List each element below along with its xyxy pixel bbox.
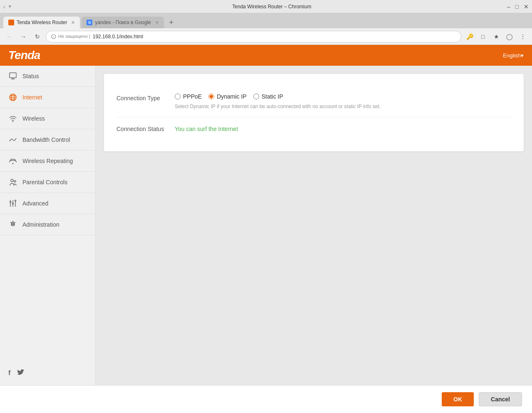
- sidebar-item-internet-label: Internet: [22, 94, 42, 101]
- new-tab-button[interactable]: +: [166, 17, 177, 28]
- advanced-icon: [8, 199, 17, 208]
- language-selector[interactable]: English▾: [503, 52, 524, 59]
- radio-pppoe-label: PPPoE: [183, 93, 202, 100]
- tenda-favicon: [8, 20, 14, 25]
- radio-static[interactable]: Static IP: [253, 93, 283, 100]
- browser-tabs-bar: Tenda Wireless Router ✕ G yandex - Поиск…: [0, 13, 532, 28]
- wireless-icon: [8, 114, 17, 123]
- sidebar-item-administration[interactable]: Administration: [0, 214, 95, 235]
- security-label: i Не защищено |: [51, 34, 90, 39]
- radio-dynamic[interactable]: Dynamic IP: [208, 93, 247, 100]
- connection-type-control: PPPoE Dynamic IP Static IP Select: [175, 93, 511, 110]
- key-icon[interactable]: 🔑: [464, 31, 475, 42]
- tab-tenda[interactable]: Tenda Wireless Router ✕: [3, 17, 80, 28]
- svg-point-11: [12, 163, 14, 164]
- tab-tenda-label: Tenda Wireless Router: [17, 20, 67, 25]
- connection-status-text: You can surf the Internet: [175, 124, 511, 132]
- svg-point-13: [14, 181, 16, 182]
- close-btn[interactable]: ✕: [524, 3, 529, 10]
- radio-static-input[interactable]: [253, 94, 259, 99]
- sidebar-item-bandwidth[interactable]: Bandwidth Control: [0, 129, 95, 151]
- bookmark-icon[interactable]: ★: [490, 31, 502, 42]
- sidebar-item-status-label: Status: [22, 73, 39, 79]
- footer-bar: OK Cancel: [0, 385, 532, 413]
- url-text: 192.168.0.1/index.html: [93, 34, 143, 40]
- twitter-link[interactable]: [17, 369, 25, 378]
- sidebar-item-status[interactable]: Status: [0, 66, 95, 87]
- sidebar-item-repeating[interactable]: Wireless Repeating: [0, 151, 95, 172]
- svg-rect-2: [10, 73, 16, 78]
- parental-icon: [8, 178, 17, 187]
- connection-status-label: Connection Status: [116, 124, 175, 132]
- browser-titlebar: ‹ ▼ Tenda Wireless Router – Chromium – □…: [0, 0, 532, 13]
- sidebar: Status Internet: [0, 66, 96, 385]
- app-header: Tenda English▾: [0, 45, 532, 66]
- app-body: Status Internet: [0, 66, 532, 385]
- browser-title: Tenda Wireless Router – Chromium: [37, 4, 507, 10]
- radio-static-label: Static IP: [262, 93, 283, 100]
- sidebar-item-admin-label: Administration: [22, 221, 59, 228]
- svg-point-16: [10, 201, 11, 203]
- browser-toolbar: ← → ↻ i Не защищено | 192.168.0.1/index.…: [0, 28, 532, 45]
- toolbar-icons: 🔑 □ ★ ◯ ⋮: [464, 31, 529, 42]
- forward-button[interactable]: →: [17, 31, 29, 42]
- back-button[interactable]: ←: [3, 31, 15, 42]
- maximize-btn[interactable]: □: [515, 3, 519, 10]
- svg-point-19: [12, 203, 14, 204]
- main-content: Connection Type PPPoE Dynamic IP: [96, 66, 532, 385]
- svg-text:i: i: [53, 35, 54, 38]
- content-spacer: [104, 151, 524, 377]
- account-icon[interactable]: ◯: [504, 31, 515, 42]
- radio-pppoe-input[interactable]: [175, 94, 181, 99]
- connection-type-hint: Select Dynamic IP if your Internet can b…: [175, 103, 511, 110]
- radio-dynamic-input[interactable]: [208, 94, 214, 99]
- screenshot-icon[interactable]: □: [477, 31, 489, 42]
- admin-icon: [8, 220, 17, 229]
- status-icon: [8, 72, 17, 81]
- svg-point-10: [12, 121, 13, 122]
- tab-yandex[interactable]: G yandex - Поиск в Google ✕: [82, 17, 163, 28]
- connection-type-label: Connection Type: [116, 93, 175, 101]
- sidebar-item-advanced-label: Advanced: [22, 200, 48, 207]
- sidebar-item-wireless[interactable]: Wireless: [0, 108, 95, 129]
- ok-button[interactable]: OK: [442, 392, 474, 406]
- yandex-favicon: G: [87, 20, 92, 25]
- reload-button[interactable]: ↻: [32, 31, 43, 42]
- menu-icon[interactable]: ⋮: [517, 31, 529, 42]
- radio-group-connection-type: PPPoE Dynamic IP Static IP: [175, 93, 511, 100]
- sidebar-item-internet[interactable]: Internet: [0, 87, 95, 108]
- sidebar-footer: f: [0, 363, 95, 385]
- bandwidth-icon: [8, 135, 17, 144]
- svg-point-22: [15, 200, 16, 201]
- app-wrapper: Tenda English▾ Status: [0, 45, 532, 413]
- tab-tenda-close[interactable]: ✕: [71, 20, 75, 25]
- cancel-button[interactable]: Cancel: [479, 392, 522, 406]
- address-bar[interactable]: i Не защищено | 192.168.0.1/index.html: [46, 31, 461, 42]
- connection-status-control: You can surf the Internet: [175, 124, 511, 132]
- radio-pppoe[interactable]: PPPoE: [175, 93, 202, 100]
- sidebar-item-parental[interactable]: Parental Controls: [0, 172, 95, 193]
- sidebar-item-advanced[interactable]: Advanced: [0, 193, 95, 214]
- minimize-btn[interactable]: –: [507, 3, 510, 10]
- radio-dynamic-label: Dynamic IP: [217, 93, 247, 100]
- repeating-icon: [8, 156, 17, 166]
- sidebar-item-bandwidth-label: Bandwidth Control: [22, 136, 70, 143]
- svg-point-12: [11, 179, 13, 182]
- tab-yandex-close[interactable]: ✕: [155, 20, 159, 25]
- facebook-link[interactable]: f: [8, 369, 10, 378]
- sidebar-item-parental-label: Parental Controls: [22, 179, 67, 185]
- connection-status-row: Connection Status You can surf the Inter…: [116, 117, 511, 139]
- tenda-logo: Tenda: [8, 49, 40, 62]
- sidebar-nav: Status Internet: [0, 66, 95, 363]
- tab-yandex-label: yandex - Поиск в Google: [95, 20, 151, 25]
- sidebar-item-wireless-label: Wireless: [22, 115, 45, 122]
- content-panel: Connection Type PPPoE Dynamic IP: [104, 74, 524, 151]
- internet-icon: [8, 93, 17, 102]
- sidebar-item-repeating-label: Wireless Repeating: [22, 158, 73, 164]
- connection-type-row: Connection Type PPPoE Dynamic IP: [116, 87, 511, 117]
